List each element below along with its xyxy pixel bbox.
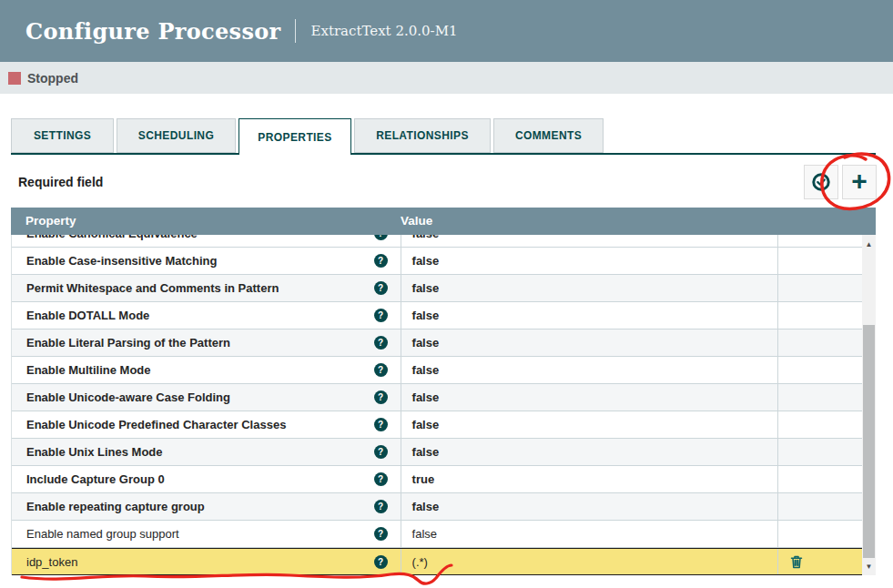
value-cell[interactable]: false — [401, 302, 779, 329]
column-header-value: Value — [401, 214, 432, 228]
action-cell — [778, 466, 862, 492]
action-cell — [778, 235, 862, 247]
help-icon[interactable]: ? — [374, 281, 388, 295]
tab-relationships[interactable]: RELATIONSHIPS — [354, 118, 491, 153]
value-cell[interactable]: false — [401, 384, 779, 411]
help-icon[interactable]: ? — [374, 418, 388, 431]
property-name: Enable Unicode Predefined Character Clas… — [26, 418, 286, 431]
status-bar: Stopped — [0, 62, 893, 94]
help-icon[interactable]: ? — [374, 336, 388, 350]
action-cell — [778, 411, 862, 438]
value-cell[interactable]: false — [401, 235, 779, 247]
property-row[interactable]: Enable Unicode Predefined Character Clas… — [12, 411, 862, 439]
properties-table: Property Value Enable Canonical Equivale… — [11, 208, 876, 576]
property-value: true — [412, 472, 435, 486]
action-cell — [778, 439, 862, 465]
value-cell[interactable]: false — [401, 275, 779, 301]
action-cell — [778, 357, 862, 383]
action-cell — [778, 549, 862, 574]
property-name: Enable Unicode-aware Case Folding — [26, 390, 230, 404]
property-cell: Enable repeating capture group ? — [12, 493, 401, 520]
property-value: false — [412, 363, 440, 377]
property-cell: Enable named group support ? — [12, 521, 401, 547]
value-cell[interactable]: false — [401, 329, 779, 356]
property-value: false — [412, 309, 440, 322]
property-row[interactable]: Enable Unix Lines Mode ? false — [12, 439, 862, 466]
property-name: idp_token — [26, 555, 77, 569]
property-cell: Enable DOTALL Mode ? — [12, 302, 401, 329]
property-value: false — [412, 500, 440, 513]
property-cell: Enable Unicode Predefined Character Clas… — [12, 411, 401, 438]
help-icon[interactable]: ? — [374, 527, 388, 541]
property-value: false — [412, 390, 440, 404]
processor-name-version: ExtractText 2.0.0-M1 — [310, 23, 457, 39]
value-cell[interactable]: true — [401, 466, 779, 492]
value-cell[interactable]: false — [401, 357, 779, 383]
property-row[interactable]: Enable repeating capture group ? false — [12, 493, 862, 521]
action-cell — [778, 248, 862, 274]
dialog-titlebar: Configure Processor ExtractText 2.0.0-M1 — [0, 0, 893, 62]
property-cell: Enable Case-insensitive Matching ? — [12, 248, 401, 274]
property-cell: Enable Canonical Equivalence ? — [12, 235, 401, 247]
property-value: false — [412, 235, 440, 240]
trash-icon — [789, 554, 804, 570]
value-cell[interactable]: false — [401, 248, 779, 274]
property-value: (.*) — [412, 555, 428, 569]
help-icon[interactable]: ? — [374, 254, 388, 268]
property-row[interactable]: Enable named group support ? false — [12, 521, 862, 548]
tab-comments[interactable]: COMMENTS — [493, 118, 604, 153]
value-cell[interactable]: false — [401, 439, 779, 465]
property-row[interactable]: Enable Literal Parsing of the Pattern ? … — [12, 329, 862, 357]
delete-button[interactable] — [789, 554, 804, 570]
help-icon[interactable]: ? — [374, 309, 388, 322]
property-row[interactable]: Enable Case-insensitive Matching ? false — [12, 248, 862, 275]
property-name: Include Capture Group 0 — [26, 472, 165, 486]
property-row[interactable]: Permit Whitespace and Comments in Patter… — [12, 275, 862, 302]
scroll-down-arrow-icon[interactable]: ▼ — [862, 559, 876, 573]
property-value: false — [412, 418, 440, 431]
scroll-up-arrow-icon[interactable]: ▲ — [862, 237, 876, 251]
property-value: false — [412, 527, 437, 541]
help-icon[interactable]: ? — [374, 445, 388, 459]
value-cell[interactable]: false — [401, 411, 779, 438]
tab-properties[interactable]: PROPERTIES — [238, 118, 351, 155]
help-icon[interactable]: ? — [374, 390, 388, 404]
help-icon[interactable]: ? — [374, 500, 388, 513]
scrollbar-thumb[interactable] — [863, 325, 875, 558]
property-row[interactable]: Include Capture Group 0 ? true — [12, 466, 862, 493]
property-value: false — [412, 445, 440, 459]
title-divider — [295, 19, 296, 43]
value-cell[interactable]: (.*) — [401, 549, 779, 574]
property-value: false — [412, 281, 440, 295]
property-row[interactable]: Enable Canonical Equivalence ? false — [12, 235, 862, 248]
property-row[interactable]: Enable DOTALL Mode ? false — [12, 302, 862, 329]
value-cell[interactable]: false — [401, 493, 779, 520]
stopped-status-icon — [8, 72, 21, 85]
property-row[interactable]: Enable Unicode-aware Case Folding ? fals… — [12, 384, 862, 411]
help-icon[interactable]: ? — [374, 363, 388, 377]
tab-settings[interactable]: SETTINGS — [11, 118, 114, 153]
help-icon[interactable]: ? — [374, 472, 388, 486]
action-cell — [778, 521, 862, 547]
add-property-button[interactable]: + — [842, 165, 877, 199]
action-cell — [778, 275, 862, 301]
verify-properties-button[interactable] — [804, 165, 838, 199]
property-row[interactable]: Enable Multiline Mode ? false — [12, 357, 862, 384]
value-cell[interactable]: false — [401, 521, 779, 547]
tab-bar: SETTINGS SCHEDULING PROPERTIES RELATIONS… — [11, 118, 876, 155]
status-label: Stopped — [27, 71, 78, 86]
help-icon[interactable]: ? — [374, 235, 388, 240]
property-name: Enable named group support — [26, 527, 179, 541]
tab-scheduling[interactable]: SCHEDULING — [117, 118, 236, 153]
property-name: Enable repeating capture group — [26, 500, 205, 513]
property-row[interactable]: idp_token ? (.*) — [12, 548, 862, 575]
vertical-scrollbar[interactable]: ▲ ▼ — [862, 235, 876, 575]
plus-icon: + — [851, 167, 868, 195]
help-icon[interactable]: ? — [374, 555, 388, 569]
action-cell — [778, 329, 862, 356]
action-cell — [778, 493, 862, 520]
action-cell — [778, 302, 862, 329]
table-header: Property Value — [11, 208, 876, 235]
property-name: Enable Multiline Mode — [26, 363, 151, 377]
property-cell: idp_token ? — [12, 549, 401, 574]
